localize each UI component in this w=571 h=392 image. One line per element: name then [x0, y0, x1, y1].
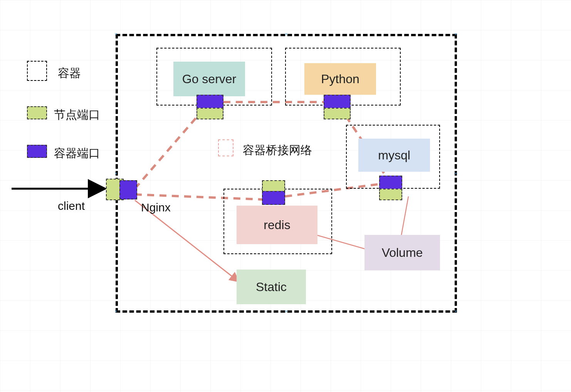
legend-node-port-swatch [27, 106, 47, 119]
legend-container-port-swatch [27, 145, 47, 158]
redis-node-port [262, 180, 285, 192]
nginx-label: Nginx [141, 201, 171, 214]
service-python-label: Python [321, 72, 359, 86]
service-go: Go server [173, 62, 245, 96]
service-python: Python [304, 63, 376, 95]
service-mysql-label: mysql [378, 148, 410, 162]
selection-handle-icon: × [114, 32, 118, 36]
service-volume: Volume [364, 235, 440, 270]
python-container-port [324, 95, 351, 109]
selection-handle-icon: × [114, 310, 118, 313]
mysql-container-port [379, 176, 402, 189]
mysql-node-port [379, 189, 402, 200]
service-static-label: Static [256, 280, 287, 294]
bridge-network-label: 容器桥接网络 [243, 142, 312, 158]
selection-handle-icon: × [284, 32, 288, 36]
nginx-container-port [119, 180, 137, 199]
selection-handle-icon: × [454, 172, 458, 176]
service-redis-label: redis [264, 218, 290, 232]
go-container-port [196, 95, 223, 109]
service-mysql: mysql [358, 139, 430, 172]
selection-handle-icon: × [284, 310, 288, 313]
legend-container-swatch [27, 61, 47, 81]
python-node-port [324, 108, 351, 119]
legend-node-port-label: 节点端口 [54, 107, 100, 123]
service-volume-label: Volume [382, 246, 423, 260]
selection-handle-icon: × [454, 32, 458, 36]
service-static: Static [237, 270, 306, 304]
bridge-network-swatch [218, 139, 233, 156]
selection-handle-icon: × [454, 310, 458, 313]
go-node-port [196, 108, 223, 119]
selection-handle-icon: × [114, 172, 118, 176]
client-label: client [58, 199, 85, 213]
legend-container-label: 容器 [58, 65, 81, 81]
service-redis: redis [237, 206, 317, 244]
legend-container-port-label: 容器端口 [54, 146, 100, 161]
service-go-label: Go server [182, 72, 236, 86]
redis-container-port [262, 191, 285, 205]
